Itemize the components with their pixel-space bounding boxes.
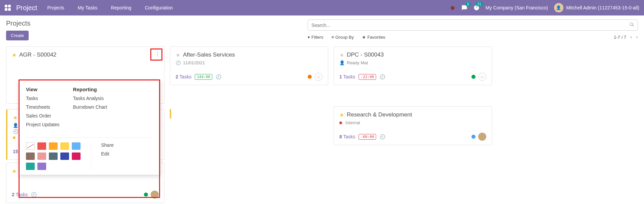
menu-share[interactable]: Share: [101, 142, 114, 148]
status-dot[interactable]: [308, 75, 312, 79]
status-dot[interactable]: [471, 135, 476, 139]
menu-edit[interactable]: Edit: [101, 151, 114, 157]
app-brand[interactable]: Project: [16, 4, 37, 12]
nav-mytasks[interactable]: My Tasks: [78, 5, 97, 10]
person-icon: 👤: [339, 60, 345, 65]
debug-icon[interactable]: 🐞: [450, 5, 455, 10]
card-partner: Ready Mat: [347, 60, 368, 65]
activity-clock-icon[interactable]: 🕘: [379, 74, 385, 79]
color-swatch-4[interactable]: [72, 142, 81, 150]
project-card-aftersales[interactable]: ★ After-Sales Services 🕘11/01/2021 2 Tas…: [170, 46, 328, 85]
search-icon[interactable]: [630, 22, 634, 28]
create-button[interactable]: Create: [6, 31, 29, 40]
activity-clock-icon[interactable]: 🕘: [216, 74, 221, 79]
color-swatch-2[interactable]: [49, 142, 58, 150]
hidden-card-peek: [170, 109, 174, 118]
color-swatch-3[interactable]: [60, 142, 69, 150]
favorite-toggle[interactable]: ★: [12, 52, 17, 58]
activity-clock-icon[interactable]: 🕘: [31, 192, 37, 197]
main-navbar: Project Projects My Tasks Reporting Conf…: [0, 0, 644, 15]
color-swatch-7[interactable]: [49, 152, 58, 160]
mood-icon[interactable]: ☺: [478, 73, 486, 81]
color-picker: [26, 142, 81, 170]
company-switcher[interactable]: My Company (San Francisco): [486, 5, 548, 10]
nav-reporting[interactable]: Reporting: [111, 5, 131, 10]
tasks-label[interactable]: Tasks: [179, 74, 191, 79]
hours-chip: -22:00: [359, 74, 376, 80]
status-dot[interactable]: [471, 75, 476, 79]
favorite-toggle[interactable]: ★: [339, 112, 344, 118]
pager: 1-7 / 7 ‹ ›: [614, 34, 638, 40]
favorite-toggle[interactable]: ★: [13, 114, 18, 121]
tag-dot: [339, 122, 342, 124]
highlight-kebab: [150, 48, 162, 61]
menu-view-heading: View: [26, 87, 60, 92]
person-icon: 👤: [13, 123, 18, 128]
apps-menu-icon[interactable]: [5, 5, 11, 11]
card-title: AGR - S00042: [19, 52, 57, 58]
color-swatch-1[interactable]: [37, 142, 46, 150]
clock-icon: 🕘: [176, 60, 181, 65]
project-card-dpc[interactable]: ★ DPC - S00043 👤Ready Mat 1 Tasks -22:00…: [334, 46, 492, 85]
star-icon: ★: [362, 35, 366, 40]
filter-icon: ▾: [308, 35, 310, 40]
pager-next[interactable]: ›: [636, 34, 638, 40]
groupby-button[interactable]: ≡Group By: [331, 35, 354, 40]
search-input[interactable]: [311, 23, 630, 28]
menu-item-tasks-analysis[interactable]: Tasks Analysis: [73, 96, 107, 101]
color-swatch-10[interactable]: [26, 163, 35, 170]
card-title: After-Sales Services: [183, 52, 235, 58]
favorites-button[interactable]: ★Favorites: [362, 35, 385, 40]
assignee-avatar[interactable]: [478, 133, 486, 141]
hours-chip: 144:00: [195, 74, 212, 80]
color-swatch-11[interactable]: [37, 163, 46, 170]
favorite-toggle[interactable]: ★: [176, 52, 180, 58]
color-swatch-6[interactable]: [37, 152, 46, 160]
assignee-avatar[interactable]: [151, 191, 159, 199]
activities-icon[interactable]: 21: [473, 5, 480, 11]
hours-chip: -60:00: [359, 134, 376, 140]
status-dot[interactable]: [144, 193, 148, 197]
menu-item-salesorder[interactable]: Sales Order: [26, 113, 60, 118]
nav-projects[interactable]: Projects: [47, 5, 64, 10]
pager-range: 1-7 / 7: [614, 35, 626, 40]
nav-configuration[interactable]: Configuration: [145, 5, 173, 10]
color-swatch-5[interactable]: [26, 152, 35, 160]
color-swatch-0[interactable]: [26, 142, 35, 150]
menu-item-timesheets[interactable]: Timesheets: [26, 104, 60, 110]
tasks-count: 2: [176, 74, 178, 79]
project-card-research[interactable]: ★ Research & Development Internal 8 Task…: [334, 106, 492, 145]
clock-icon: 🕘: [13, 129, 18, 134]
tasks-label[interactable]: Tasks: [16, 192, 28, 197]
card-tag: Internal: [345, 120, 360, 125]
color-swatch-9[interactable]: [72, 152, 81, 160]
menu-item-projectupdates[interactable]: Project Updates: [26, 122, 60, 127]
user-avatar-icon: 👤: [554, 3, 563, 12]
control-panel: Projects Create ▾Filters ≡Group By ★Favo…: [0, 15, 644, 43]
card-date: 11/01/2021: [183, 60, 205, 65]
user-name: Mitchell Admin (11227453-15-0-all): [566, 5, 639, 10]
card-title: Research & Development: [347, 111, 412, 118]
tasks-count: 8: [339, 134, 342, 139]
tasks-count: 1: [339, 74, 342, 79]
menu-item-tasks[interactable]: Tasks: [26, 96, 60, 101]
svg-point-0: [630, 23, 633, 26]
tasks-count: 15: [13, 149, 18, 154]
tasks-label[interactable]: Tasks: [343, 134, 355, 139]
mood-icon[interactable]: ☺: [314, 73, 323, 81]
groupby-icon: ≡: [331, 35, 334, 40]
search-container: [308, 20, 638, 31]
filters-button[interactable]: ▾Filters: [308, 35, 323, 40]
tasks-label[interactable]: Tasks: [343, 74, 355, 79]
card-title: DPC - S00043: [347, 52, 384, 58]
messages-icon[interactable]: 5: [461, 5, 467, 11]
user-menu[interactable]: 👤 Mitchell Admin (11227453-15-0-all): [554, 3, 639, 12]
favorite-toggle[interactable]: ★: [339, 52, 344, 58]
pager-prev[interactable]: ‹: [630, 34, 632, 40]
card-dropdown-menu: View Tasks Timesheets Sales Order Projec…: [19, 80, 160, 175]
color-swatch-8[interactable]: [60, 152, 69, 160]
activity-clock-icon[interactable]: 🕘: [379, 134, 385, 139]
menu-item-burndown[interactable]: Burndown Chart: [73, 104, 107, 110]
tasks-count: 2: [12, 192, 14, 197]
favorite-toggle[interactable]: ★: [12, 168, 17, 174]
